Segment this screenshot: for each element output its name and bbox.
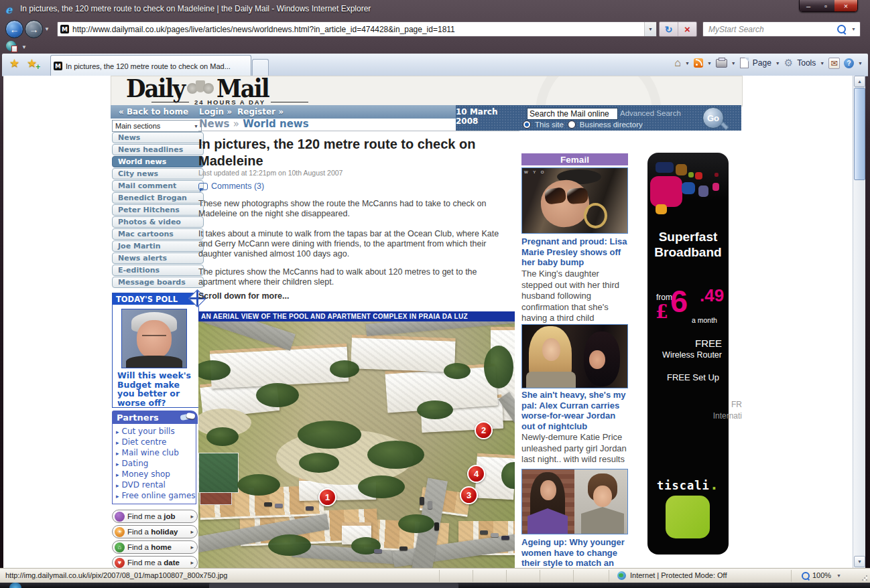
femail-story3-image[interactable]: [521, 469, 628, 534]
title-bar[interactable]: e In pictures, the 120 metre route to ch…: [0, 0, 870, 19]
toolbar-plugin-icon[interactable]: [6, 41, 16, 51]
ad-price-dec: .49: [700, 285, 724, 306]
main-sections-select[interactable]: Main sections ▼: [112, 120, 202, 132]
find-a-home-button[interactable]: ⌂ Find a home ▸: [112, 540, 198, 554]
address-input[interactable]: M http://www.dailymail.co.uk/pages/live/…: [57, 21, 657, 37]
help-icon[interactable]: ?: [844, 58, 854, 68]
new-tab-stub[interactable]: [252, 59, 269, 76]
print-caret-icon[interactable]: ▼: [731, 61, 736, 66]
femail-story1-image[interactable]: W Y O: [521, 167, 628, 234]
rss-icon[interactable]: [694, 58, 703, 68]
find-me-a-job-button[interactable]: Find me a job ▸: [112, 510, 198, 523]
register-link[interactable]: Register »: [237, 107, 284, 117]
back-button[interactable]: ←: [5, 20, 23, 38]
partner-link-dvd-rental[interactable]: ▸DVD rental: [113, 480, 196, 490]
breadcrumb-world-news[interactable]: World news: [243, 118, 308, 130]
stop-button[interactable]: ×: [678, 22, 696, 36]
advanced-search-link[interactable]: Advanced Search: [620, 109, 681, 117]
partner-link-free-online-games[interactable]: ▸Free online games: [113, 490, 196, 501]
poll-question-link[interactable]: Will this week's Budget make you better …: [117, 371, 194, 407]
url-dropdown-icon[interactable]: ▼: [644, 22, 656, 36]
tools-caret-icon[interactable]: ▼: [820, 61, 824, 66]
gear-icon[interactable]: ⚙: [784, 57, 793, 69]
login-link[interactable]: Login »: [199, 107, 232, 117]
find-me-a-date-button[interactable]: ♥ Find me a date ▸: [112, 556, 198, 568]
forward-button[interactable]: →: [25, 20, 43, 38]
poll-photo[interactable]: [121, 309, 187, 368]
add-favorite-icon[interactable]: ★: [27, 56, 37, 70]
zoom-caret-icon[interactable]: ▼: [836, 573, 841, 578]
partner-link-dating[interactable]: ▸Dating: [113, 458, 196, 469]
vertical-scrollbar[interactable]: ▲ ▼: [853, 76, 865, 568]
sidebar-item-world-news[interactable]: World news: [112, 156, 204, 167]
sidebar-item-city-news[interactable]: City news: [112, 168, 204, 179]
sidebar-item-message-boards[interactable]: Message boards: [112, 277, 204, 288]
partner-link-cut-your-bills[interactable]: ▸Cut your bills: [113, 426, 196, 437]
sidebar-item-news-headlines[interactable]: News headlines: [112, 144, 204, 155]
photo-tennis-court: [198, 453, 239, 493]
minimize-button[interactable]: –: [800, 0, 817, 11]
sidebar-item-news[interactable]: News: [112, 132, 204, 143]
partner-link-diet-centre[interactable]: ▸Diet centre: [113, 437, 196, 447]
radio-business-directory[interactable]: [568, 121, 576, 129]
sidebar-item-e-editions[interactable]: E-editions: [112, 265, 204, 276]
scrollbar-thumb[interactable]: [854, 88, 865, 180]
zoom-icon[interactable]: [802, 572, 810, 580]
quick-search-input[interactable]: [703, 24, 837, 35]
resize-grip[interactable]: [861, 575, 868, 581]
mail-search-input[interactable]: [527, 108, 618, 120]
find-a-holiday-button[interactable]: ☀ Find a holiday ▸: [112, 525, 198, 538]
print-icon[interactable]: [716, 59, 727, 68]
photo-road: [198, 321, 296, 351]
femail-story2-headline[interactable]: She ain't heavy, she's my pal: Alex Curr…: [521, 390, 628, 431]
favorites-star-icon[interactable]: ★: [9, 56, 19, 70]
aerial-photo[interactable]: 1 2 3 4: [198, 321, 515, 568]
sidebar-item-joe-martin[interactable]: Joe Martin: [112, 240, 204, 252]
active-tab[interactable]: M In pictures, the 120 metre route to ch…: [50, 55, 251, 76]
bullet-icon: ▸: [116, 482, 119, 489]
sidebar-item-photos-video[interactable]: Photos & video: [112, 216, 204, 228]
page-menu[interactable]: Page: [753, 58, 771, 68]
page-caret-icon[interactable]: ▼: [775, 61, 780, 66]
tiscali-ad[interactable]: Superfast Broadband from £ 6 .49 a month…: [647, 153, 729, 555]
back-to-home-link[interactable]: « Back to home: [119, 107, 188, 117]
url-text[interactable]: http://www.dailymail.co.uk/pages/live/ar…: [72, 25, 644, 34]
femail-header[interactable]: Femail: [521, 153, 628, 165]
scroll-up-button[interactable]: ▲: [854, 76, 865, 87]
help-caret-icon[interactable]: ▼: [858, 61, 863, 66]
start-orb-icon[interactable]: [9, 583, 21, 588]
refresh-button[interactable]: ↻: [660, 22, 678, 36]
zoom-level[interactable]: 100%: [812, 571, 831, 579]
sidebar-item-mac-cartoons[interactable]: Mac cartoons: [112, 228, 204, 240]
sidebar-item-benedict-brogan[interactable]: Benedict Brogan: [112, 192, 204, 204]
radio-this-site[interactable]: [523, 121, 531, 129]
taskbar-task-button[interactable]: [209, 583, 458, 588]
femail-story1-headline[interactable]: Pregnant and proud: Lisa Marie Presley s…: [521, 236, 628, 268]
rss-caret-icon[interactable]: ▼: [707, 61, 712, 66]
home-caret-icon[interactable]: ▼: [685, 61, 690, 66]
search-options-icon[interactable]: ▼: [851, 27, 856, 31]
bullet-icon: ▸: [116, 439, 119, 446]
scroll-down-button[interactable]: ▼: [854, 556, 865, 567]
history-dropdown-icon[interactable]: ▼: [44, 26, 50, 32]
femail-story2-image[interactable]: [521, 324, 628, 388]
sidebar-item-mail-comment[interactable]: Mail comment: [112, 180, 204, 192]
tools-menu[interactable]: Tools: [797, 58, 816, 68]
partner-link-mail-wine-club[interactable]: ▸Mail wine club: [113, 447, 196, 458]
comments-link[interactable]: Comments (3): [198, 181, 264, 191]
femail-story3-headline[interactable]: Ageing up: Why younger women have to cha…: [521, 537, 628, 568]
image-overlay-text: W Y O: [524, 170, 546, 174]
page-icon[interactable]: [740, 58, 749, 68]
toolbar-caret-icon[interactable]: ▼: [21, 44, 27, 50]
maximize-button[interactable]: ▫: [817, 0, 834, 11]
quick-search-box[interactable]: ▼: [702, 21, 861, 37]
partner-link-money-shop[interactable]: ▸Money shop: [113, 469, 196, 480]
close-button[interactable]: ×: [834, 0, 857, 11]
sidebar-item-peter-hitchens[interactable]: Peter Hitchens: [112, 204, 204, 216]
search-icon[interactable]: [837, 25, 846, 33]
sidebar-item-news-alerts[interactable]: News alerts: [112, 252, 204, 264]
go-button[interactable]: Go: [702, 107, 724, 129]
mail-icon[interactable]: ✉: [828, 58, 840, 69]
home-icon[interactable]: ⌂: [674, 57, 681, 69]
breadcrumb-news[interactable]: News: [199, 118, 230, 130]
